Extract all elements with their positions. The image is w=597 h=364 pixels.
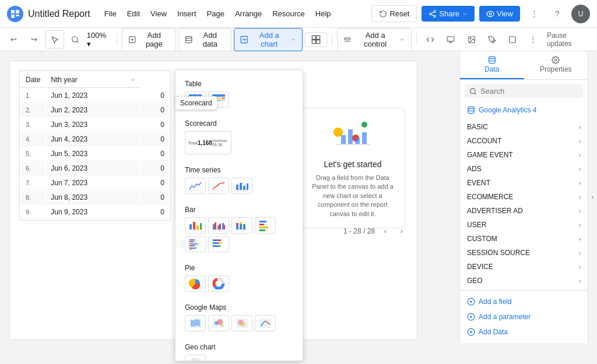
tab-properties-label: Properties bbox=[540, 65, 572, 73]
pen-icon-button[interactable] bbox=[483, 30, 501, 49]
menu-help[interactable]: Help bbox=[311, 7, 336, 20]
chevron-icon: › bbox=[579, 222, 581, 228]
category-item[interactable]: SESSION SOURCE› bbox=[465, 246, 583, 260]
svg-point-41 bbox=[468, 107, 475, 109]
more-options-button[interactable]: ⋮ bbox=[525, 5, 543, 23]
menu-insert[interactable]: Insert bbox=[173, 7, 201, 20]
view-button[interactable]: View bbox=[479, 6, 520, 22]
category-item[interactable]: GEO› bbox=[465, 274, 583, 288]
category-item[interactable]: GAME EVENT› bbox=[465, 148, 583, 162]
chart-bar-horiz[interactable] bbox=[255, 217, 276, 234]
svg-rect-75 bbox=[189, 229, 202, 230]
share-button[interactable]: Share bbox=[422, 6, 475, 22]
category-item[interactable]: ADS› bbox=[465, 162, 583, 176]
category-item[interactable]: ADVERTISER AD› bbox=[465, 204, 583, 218]
menu-edit[interactable]: Edit bbox=[122, 7, 145, 20]
chart-bar-vert[interactable] bbox=[185, 217, 206, 234]
scorecard-tooltip: Scorecard bbox=[175, 96, 217, 110]
menu-page[interactable]: Page bbox=[202, 7, 229, 20]
chart-map-bubble[interactable] bbox=[208, 315, 229, 331]
svg-line-40 bbox=[475, 93, 476, 94]
menu-view[interactable]: View bbox=[146, 7, 171, 20]
menu-resource[interactable]: Resource bbox=[268, 7, 310, 20]
help-button[interactable]: ? bbox=[548, 5, 567, 23]
chart-scorecard[interactable]: Total 1,168 Invoices 69.3K bbox=[185, 131, 231, 154]
add-page-button[interactable]: Add page bbox=[122, 28, 177, 51]
svg-rect-101 bbox=[189, 239, 189, 250]
menu-file[interactable]: File bbox=[100, 7, 121, 20]
svg-rect-91 bbox=[259, 224, 264, 225]
add-data-button[interactable]: Add data bbox=[178, 28, 231, 51]
zoom-button[interactable] bbox=[66, 30, 85, 49]
chart-bar-horiz-stacked[interactable] bbox=[208, 236, 229, 252]
chart-map-lines[interactable] bbox=[255, 315, 276, 331]
image-icon-button[interactable] bbox=[462, 30, 480, 49]
svg-rect-81 bbox=[224, 225, 225, 229]
add-chart-button[interactable]: Add a chart bbox=[234, 28, 303, 51]
add-field-link[interactable]: Add a field bbox=[465, 295, 583, 308]
chart-map-filled[interactable] bbox=[185, 315, 206, 331]
dropdown-section-bar: Bar bbox=[175, 201, 303, 259]
cursor-tool[interactable] bbox=[45, 30, 64, 49]
datasource-label[interactable]: Google Analytics 4 bbox=[465, 103, 583, 118]
redo-button[interactable]: ↪ bbox=[25, 30, 43, 49]
category-item[interactable]: DEVICE› bbox=[465, 260, 583, 274]
avatar[interactable]: U bbox=[571, 5, 590, 23]
chart-ts-line[interactable] bbox=[185, 178, 206, 194]
table-row: 3.Jun 3, 20230 bbox=[21, 118, 169, 132]
svg-rect-74 bbox=[200, 223, 202, 229]
svg-point-113 bbox=[216, 281, 222, 287]
svg-rect-89 bbox=[236, 229, 248, 230]
chart-ts-smooth[interactable] bbox=[208, 178, 229, 194]
svg-rect-35 bbox=[355, 138, 360, 144]
category-item[interactable]: USER› bbox=[465, 218, 583, 232]
chevron-icon: › bbox=[579, 236, 581, 242]
chart-geo[interactable] bbox=[185, 355, 206, 361]
svg-rect-99 bbox=[189, 248, 196, 249]
category-item[interactable]: BASIC› bbox=[465, 120, 583, 134]
chart-pie[interactable] bbox=[185, 275, 206, 292]
chevron-icon: › bbox=[579, 264, 581, 270]
svg-rect-78 bbox=[217, 225, 219, 229]
panel-expand-button[interactable]: › bbox=[588, 51, 597, 343]
chart-bar-vert-grouped[interactable] bbox=[208, 217, 229, 234]
svg-rect-1 bbox=[16, 10, 19, 13]
search-box[interactable] bbox=[465, 84, 583, 98]
more-tools-button[interactable]: ⋮ bbox=[524, 30, 542, 49]
dropdown-section-scorecard: Scorecard Total 1,168 Invoices 69.3K bbox=[175, 115, 303, 161]
chart-ts-bar[interactable] bbox=[231, 178, 252, 194]
tab-data[interactable]: Data bbox=[460, 51, 524, 79]
add-control-button[interactable]: Add a control bbox=[337, 28, 412, 51]
reset-button[interactable]: Reset bbox=[371, 5, 417, 22]
menu-arrange[interactable]: Arrange bbox=[230, 7, 266, 20]
add-data-link[interactable]: Add Data bbox=[465, 326, 583, 338]
undo-button[interactable]: ↩ bbox=[5, 30, 23, 49]
square-icon-button[interactable] bbox=[503, 30, 521, 49]
svg-rect-60 bbox=[222, 97, 225, 99]
chart-bar-vert-stacked[interactable] bbox=[231, 217, 252, 234]
add-parameter-link[interactable]: Add a parameter bbox=[465, 310, 583, 323]
svg-rect-67 bbox=[240, 183, 242, 190]
monitor-icon-button[interactable] bbox=[442, 30, 460, 49]
category-item[interactable]: ECOMMERCE› bbox=[465, 190, 583, 204]
svg-rect-34 bbox=[348, 129, 353, 144]
zoom-level[interactable]: 100% ▾ bbox=[87, 31, 112, 48]
svg-rect-17 bbox=[312, 36, 315, 39]
svg-rect-93 bbox=[259, 229, 265, 231]
svg-rect-107 bbox=[218, 245, 220, 247]
more-charts-button[interactable] bbox=[305, 32, 327, 47]
chart-map-heatmap[interactable] bbox=[231, 315, 252, 331]
chart-bar-horiz-grouped[interactable] bbox=[185, 236, 206, 252]
category-item[interactable]: EVENT› bbox=[465, 176, 583, 190]
svg-rect-90 bbox=[259, 221, 266, 222]
category-item[interactable]: ACCOUNT› bbox=[465, 134, 583, 148]
tab-properties[interactable]: Properties bbox=[524, 51, 588, 79]
chevron-icon: › bbox=[579, 278, 581, 284]
svg-rect-87 bbox=[243, 226, 245, 229]
pause-updates[interactable]: Pause updates bbox=[547, 31, 592, 48]
category-item[interactable]: CUSTOM› bbox=[465, 232, 583, 246]
share-label: Share bbox=[439, 9, 459, 18]
chart-donut[interactable] bbox=[208, 275, 229, 292]
search-input[interactable] bbox=[480, 87, 578, 96]
code-icon-button[interactable] bbox=[422, 30, 440, 49]
